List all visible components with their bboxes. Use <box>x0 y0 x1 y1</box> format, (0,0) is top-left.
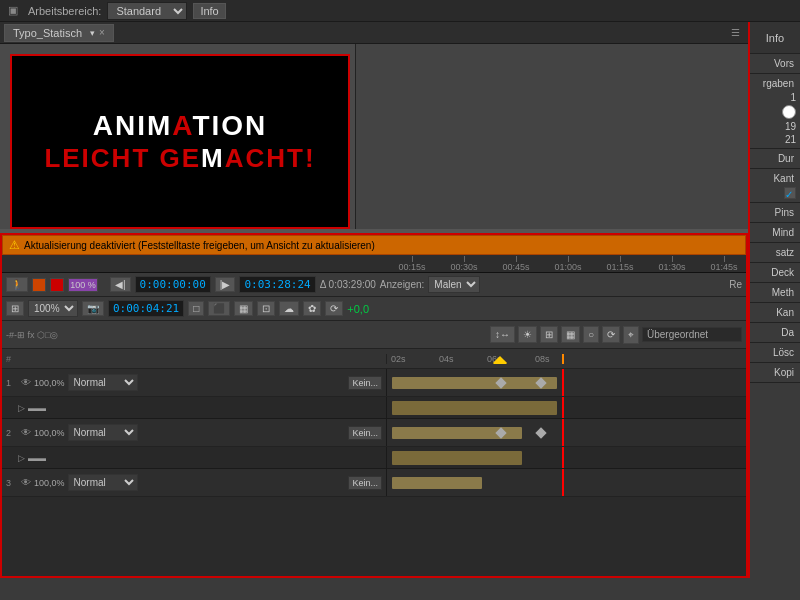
next-frame-btn[interactable]: |▶ <box>215 277 236 292</box>
lt-btn2[interactable]: ☀ <box>518 326 537 343</box>
meth-label: Meth <box>770 286 796 299</box>
layer1-playhead <box>562 369 564 396</box>
zoom-dropdown[interactable]: 100% <box>28 300 78 317</box>
anim-red-a: A <box>172 110 192 141</box>
rgaben-section: rgaben 1 19 21 <box>750 74 800 149</box>
tc2-btn7[interactable]: ☁ <box>279 301 299 316</box>
walk-btn[interactable]: 🚶 <box>6 277 28 292</box>
layer1-none-btn[interactable]: Kein... <box>348 376 382 390</box>
delta-label: Δ 0:03:29:00 <box>320 279 376 290</box>
anim-white-m: M <box>201 143 225 173</box>
lt-btn7[interactable]: ⌖ <box>623 326 639 344</box>
layer1-right <box>387 369 746 396</box>
sublayer2-playhead <box>562 447 564 468</box>
lt-btn6[interactable]: ⟳ <box>602 326 620 343</box>
layer2-right <box>387 419 746 446</box>
tab-arrow-icon: ▾ <box>90 28 95 38</box>
warning-text: Aktualisierung deaktiviert (Feststelltas… <box>24 240 375 251</box>
tc2-time-display[interactable]: 0:00:04:21 <box>108 300 184 317</box>
tc2-btn8[interactable]: ✿ <box>303 301 321 316</box>
sublayer2-row: ▷ ▬▬ <box>2 447 746 469</box>
sublayer2-bar <box>392 451 522 465</box>
layer3-right <box>387 469 746 496</box>
layer3-playhead <box>562 469 564 496</box>
layer3-mode-dropdown[interactable]: Normal <box>68 474 138 491</box>
kant-checkbox[interactable] <box>784 187 796 199</box>
kopi-label: Kopi <box>772 366 796 379</box>
mind-row: Mind <box>752 225 798 240</box>
layer1-eye-icon[interactable]: 👁 <box>21 377 31 388</box>
ruler-mark-6: 01:45s <box>698 256 746 272</box>
animation-text: ANIMATION LEICHT GEMACHT! <box>44 109 315 174</box>
lt-btn3[interactable]: ⊞ <box>540 326 558 343</box>
ruler-mark-3: 01:00s <box>542 256 594 272</box>
playhead-top <box>562 354 564 364</box>
rgaben-label: rgaben <box>761 77 796 90</box>
ruler-mark-4: 01:15s <box>594 256 646 272</box>
tc2-btn6[interactable]: ⊡ <box>257 301 275 316</box>
tc2-btn3[interactable]: □ <box>188 301 204 316</box>
preview-container: ANIMATION LEICHT GEMACHT! <box>5 49 355 224</box>
satz-label: satz <box>774 246 796 259</box>
lt-btn1[interactable]: ↕↔ <box>490 326 515 343</box>
layer3-none-btn[interactable]: Kein... <box>348 476 382 490</box>
display-mode-dropdown[interactable]: Malen <box>428 276 480 293</box>
tc2-btn5[interactable]: ▦ <box>234 301 253 316</box>
ruler-marks: 00:15s 00:30s 00:45s 01:00s 01:15s 01:30… <box>386 255 746 272</box>
lt-btn5[interactable]: ○ <box>583 326 599 343</box>
layer-row-3: 3 👁 100,0% Normal Kein... <box>2 469 746 497</box>
da-section: Da <box>750 323 800 343</box>
da-row: Da <box>752 325 798 340</box>
parent-field[interactable]: Übergeordnet <box>642 327 742 342</box>
num1-val: 1 <box>790 92 796 103</box>
th-mark-3: 06s <box>487 354 535 364</box>
preview-canvas: ANIMATION LEICHT GEMACHT! <box>12 56 348 227</box>
composition-tab[interactable]: Typo_Statisch ▾ × <box>4 24 114 42</box>
layer2-none-btn[interactable]: Kein... <box>348 426 382 440</box>
layer1-mode-dropdown[interactable]: Normal <box>68 374 138 391</box>
layer2-kf2[interactable] <box>535 427 546 438</box>
layer3-left: 3 👁 100,0% Normal Kein... <box>2 469 387 496</box>
layer1-left: 1 👁 100,0% Normal Kein... <box>2 369 387 396</box>
tab-options-icon[interactable]: ☰ <box>731 27 740 38</box>
pins-label: Pins <box>773 206 796 219</box>
layer3-eye-icon[interactable]: 👁 <box>21 477 31 488</box>
satz-section: satz <box>750 243 800 263</box>
layer2-mode-dropdown[interactable]: Normal <box>68 424 138 441</box>
mode-btn[interactable]: 100 % <box>68 278 98 292</box>
tab-close-icon[interactable]: × <box>99 27 105 38</box>
timeline-ruler: 00:15s 00:30s 00:45s 01:00s 01:15s 01:30… <box>2 255 746 273</box>
layer2-eye-icon[interactable]: 👁 <box>21 427 31 438</box>
kopi-row: Kopi <box>752 365 798 380</box>
flag-btn[interactable] <box>50 278 64 292</box>
ruler-mark-1: 00:30s <box>438 256 490 272</box>
lt-spacer: -#-⊞ fx ⬡□◎ <box>6 330 58 340</box>
losch-label: Lösc <box>771 346 796 359</box>
layer2-playhead <box>562 419 564 446</box>
current-time-display[interactable]: 0:00:00:00 <box>135 276 211 293</box>
info-button[interactable]: Info <box>193 3 225 19</box>
timeline-controls-row2: ⊞ 100% 📷 0:00:04:21 □ ⬛ ▦ ⊡ ☁ ✿ ⟳ +0,0 <box>2 297 746 321</box>
vors-label: Vors <box>772 57 796 70</box>
layer-row-2: 2 👁 100,0% Normal Kein... <box>2 419 746 447</box>
warning-icon: ⚠ <box>9 238 20 252</box>
deck-row: Deck <box>752 265 798 280</box>
lt-btn4[interactable]: ▦ <box>561 326 580 343</box>
ruler-mark-0: 00:15s <box>386 256 438 272</box>
dur-section: Dur <box>750 149 800 169</box>
color-btn[interactable] <box>32 278 46 292</box>
dur-label: Dur <box>776 152 796 165</box>
tc2-btn9[interactable]: ⟳ <box>325 301 343 316</box>
workspace-dropdown[interactable]: Standard <box>107 2 187 20</box>
tc2-btn2[interactable]: 📷 <box>82 301 104 316</box>
deck-label: Deck <box>769 266 796 279</box>
preview-right-area <box>355 44 748 229</box>
offset-display: +0,0 <box>347 303 369 315</box>
tc2-btn4[interactable]: ⬛ <box>208 301 230 316</box>
prev-frame-btn[interactable]: ◀| <box>110 277 131 292</box>
tc2-btn1[interactable]: ⊞ <box>6 301 24 316</box>
layers-toolbar: -#-⊞ fx ⬡□◎ ↕↔ ☀ ⊞ ▦ ○ ⟳ ⌖ Übergeordnet <box>2 321 746 349</box>
layer2-left: 2 👁 100,0% Normal Kein... <box>2 419 387 446</box>
sublayer1-indicator: ▷ <box>18 403 25 413</box>
preview-window: ANIMATION LEICHT GEMACHT! <box>10 54 350 229</box>
